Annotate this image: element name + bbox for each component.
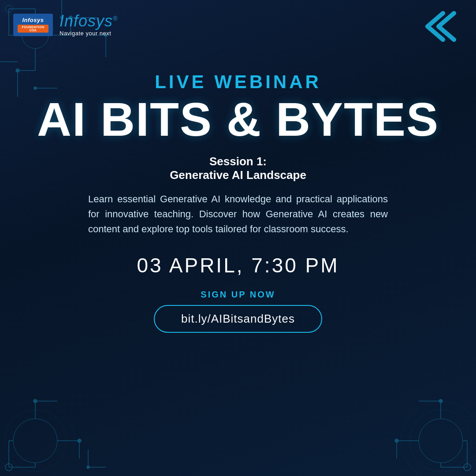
sign-up-label: SIGN UP NOW xyxy=(201,290,275,300)
foundation-logo-name: Infosys xyxy=(22,17,44,23)
session-name: Generative AI Landscape xyxy=(170,168,306,182)
main-content: LIVE WEBINAR AI BITS & BYTES Session 1: … xyxy=(0,49,476,476)
infosys-logo: Infosys® Navigate your next xyxy=(60,13,118,37)
event-description: Learn essential Generative AI knowledge … xyxy=(84,192,392,237)
live-webinar-label: LIVE WEBINAR xyxy=(155,71,321,93)
session-block: Session 1: Generative AI Landscape xyxy=(170,155,306,182)
registration-url[interactable]: bit.ly/AIBitsandBytes xyxy=(154,305,322,333)
foundation-logo-badge: FOUNDATION USA xyxy=(18,25,48,33)
double-chevron-icon xyxy=(419,9,458,49)
infosys-logo-name: Infosys® xyxy=(60,13,118,29)
main-container: Infosys FOUNDATION USA Infosys® Navigate… xyxy=(0,0,476,476)
session-label: Session 1: xyxy=(170,155,306,168)
infosys-foundation-logo: Infosys FOUNDATION USA xyxy=(13,14,53,36)
event-title: AI BITS & BYTES xyxy=(37,97,439,142)
infosys-tagline: Navigate your next xyxy=(60,30,111,37)
header: Infosys FOUNDATION USA Infosys® Navigate… xyxy=(0,0,476,49)
event-datetime: 03 APRIL, 7:30 PM xyxy=(137,253,339,277)
logos-group: Infosys FOUNDATION USA Infosys® Navigate… xyxy=(13,13,118,37)
